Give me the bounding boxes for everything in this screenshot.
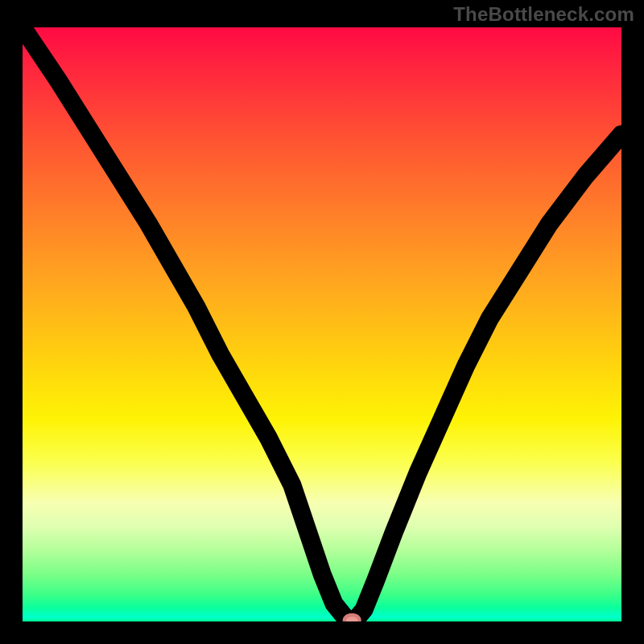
chart-stage: TheBottleneck.com xyxy=(0,0,644,644)
plot-area xyxy=(23,27,621,621)
bottleneck-curve-path xyxy=(23,27,621,621)
curve-svg xyxy=(23,27,621,621)
watermark-text: TheBottleneck.com xyxy=(453,3,634,26)
solution-marker xyxy=(345,615,360,621)
